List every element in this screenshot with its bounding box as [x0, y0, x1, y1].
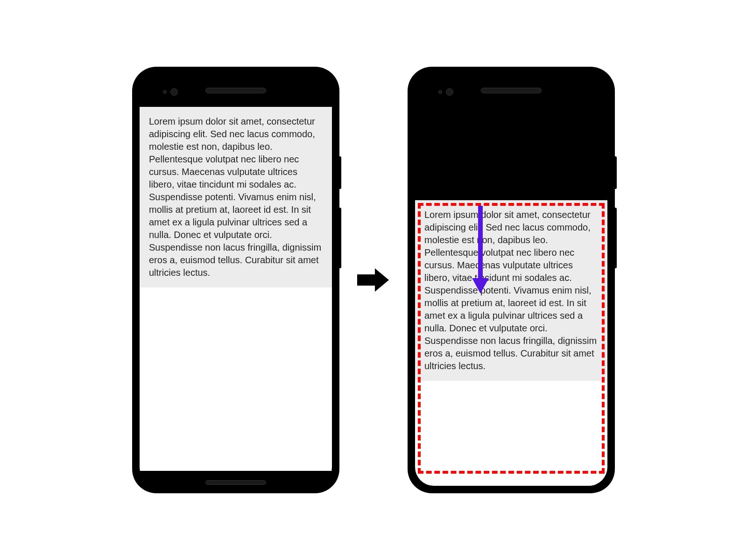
scroll-direction-arrow-icon: [471, 206, 490, 296]
camera-cluster: [163, 88, 178, 96]
camera-cluster: [438, 88, 453, 96]
phone-bottom-bar: [140, 471, 332, 486]
bottom-speaker: [205, 480, 266, 485]
phone-mockup-after: Lorem ipsum dolor sit amet, consectetur …: [409, 68, 614, 492]
phone-top-bar: [140, 74, 332, 107]
phone-screen-before: Lorem ipsum dolor sit amet, consectetur …: [140, 107, 332, 471]
earpiece-speaker: [481, 88, 542, 93]
camera-dot: [170, 88, 178, 96]
phone-screen-after: Lorem ipsum dolor sit amet, consectetur …: [415, 200, 607, 486]
sensor-dot: [163, 90, 167, 94]
content-text-block: Lorem ipsum dolor sit amet, consectetur …: [140, 107, 332, 287]
phone-inner: Lorem ipsum dolor sit amet, consectetur …: [140, 74, 332, 486]
phone-mockup-before: Lorem ipsum dolor sit amet, consectetur …: [133, 68, 338, 492]
phone-side-button: [338, 156, 341, 189]
phone-side-button: [614, 156, 617, 189]
sensor-dot: [438, 90, 442, 94]
phone-side-button: [338, 208, 341, 268]
earpiece-speaker: [205, 88, 266, 93]
transition-arrow-icon: [357, 266, 390, 294]
phone-inner: Lorem ipsum dolor sit amet, consectetur …: [415, 74, 607, 486]
camera-dot: [446, 88, 453, 96]
phone-top-bar: [415, 74, 607, 107]
phone-side-button: [614, 208, 617, 268]
content-text-block: Lorem ipsum dolor sit amet, consectetur …: [415, 200, 607, 381]
